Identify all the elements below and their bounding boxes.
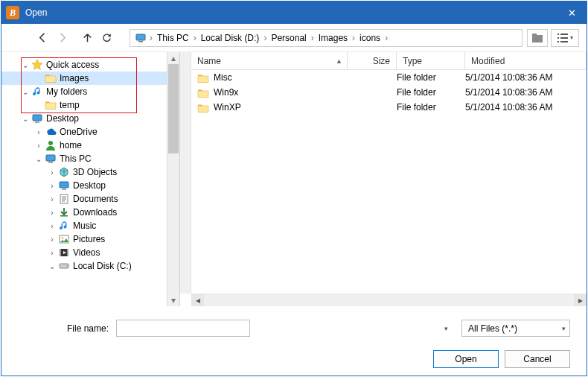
- onedrive-icon: [45, 126, 57, 138]
- tree-toggle-icon[interactable]: [34, 155, 43, 163]
- down-icon: [58, 206, 70, 218]
- tree-toggle-icon[interactable]: [21, 88, 30, 96]
- breadcrumb-segment[interactable]: This PC: [154, 33, 192, 43]
- tree-item-label: Documents: [73, 194, 118, 204]
- chevron-right-icon[interactable]: ›: [310, 33, 316, 43]
- file-type-filter[interactable]: All Files (*.*): [461, 320, 570, 337]
- scroll-left-icon[interactable]: ◂: [191, 294, 204, 307]
- scroll-right-icon[interactable]: ▸: [574, 294, 587, 307]
- chevron-right-icon[interactable]: ›: [383, 33, 389, 43]
- star-icon: [31, 59, 43, 71]
- scroll-down-icon[interactable]: ▾: [167, 294, 179, 306]
- svg-rect-12: [33, 115, 42, 121]
- scroll-thumb[interactable]: [168, 64, 179, 153]
- file-row[interactable]: Win9xFile folder5/1/2014 10:08:36 AM: [191, 85, 587, 100]
- tree-toggle-icon[interactable]: [34, 142, 43, 150]
- view-options-button[interactable]: ▾: [551, 29, 579, 47]
- tree-toggle-icon[interactable]: [48, 262, 57, 270]
- tree-toggle-icon[interactable]: [21, 61, 30, 69]
- refresh-button[interactable]: [97, 28, 116, 48]
- file-type: File folder: [397, 102, 465, 113]
- svg-rect-24: [60, 249, 61, 256]
- desktop-icon: [58, 180, 70, 191]
- folder-icon: [197, 87, 209, 98]
- tree-toggle-icon[interactable]: [48, 222, 57, 230]
- svg-rect-18: [62, 189, 66, 190]
- tree-item[interactable]: home: [1, 139, 179, 152]
- column-modified[interactable]: Modified: [465, 52, 587, 69]
- file-modified: 5/1/2014 10:08:36 AM: [465, 87, 587, 98]
- svg-rect-5: [557, 37, 559, 39]
- navigation-tree[interactable]: Quick accessImagesMy folderstempDesktopO…: [1, 52, 180, 306]
- scroll-up-icon[interactable]: ▴: [167, 52, 179, 64]
- tree-toggle-icon[interactable]: [34, 128, 43, 136]
- tree-item[interactable]: Desktop: [1, 179, 179, 192]
- file-type: File folder: [397, 87, 465, 98]
- tree-toggle-icon[interactable]: [21, 115, 30, 123]
- svg-rect-19: [60, 194, 68, 203]
- chevron-right-icon[interactable]: ›: [351, 33, 357, 43]
- music-icon: [31, 86, 43, 98]
- tree-item[interactable]: Documents: [1, 192, 179, 206]
- chevron-right-icon[interactable]: ›: [192, 33, 198, 43]
- tree-toggle-icon[interactable]: [48, 168, 57, 177]
- forward-button[interactable]: [52, 28, 71, 48]
- drive-icon: [58, 260, 70, 272]
- tree-item[interactable]: Images: [1, 72, 179, 85]
- svg-point-27: [66, 265, 68, 267]
- tree-item-label: Desktop: [46, 113, 79, 124]
- tree-item[interactable]: temp: [1, 98, 179, 112]
- file-row[interactable]: MiscFile folder5/1/2014 10:08:36 AM: [191, 70, 587, 85]
- tree-item[interactable]: My folders: [1, 85, 179, 98]
- column-name[interactable]: Name▲: [191, 52, 348, 69]
- open-button[interactable]: Open: [433, 350, 499, 368]
- sort-asc-icon: ▲: [336, 57, 342, 65]
- breadcrumb-segment[interactable]: Personal: [268, 33, 309, 43]
- breadcrumb[interactable]: › This PC › Local Disk (D:) › Personal ›…: [130, 29, 523, 47]
- chevron-down-icon[interactable]: ▾: [444, 325, 448, 332]
- breadcrumb-segment[interactable]: Images: [316, 33, 351, 43]
- tree-item[interactable]: Quick access: [1, 58, 179, 72]
- breadcrumb-segment[interactable]: Local Disk (D:): [198, 33, 263, 43]
- up-button[interactable]: [77, 28, 97, 48]
- tree-toggle-icon[interactable]: [48, 209, 57, 217]
- scroll-track[interactable]: [204, 294, 574, 307]
- svg-rect-28: [198, 76, 208, 83]
- 3dobj-icon: [58, 166, 70, 178]
- column-size[interactable]: Size: [348, 52, 397, 69]
- tree-item-label: temp: [60, 100, 80, 110]
- svg-rect-4: [557, 34, 559, 35]
- tree-toggle-icon[interactable]: [48, 235, 57, 244]
- dialog-title: Open: [25, 7, 557, 18]
- desktop-icon: [31, 113, 43, 124]
- cancel-button[interactable]: Cancel: [505, 350, 570, 368]
- column-type[interactable]: Type: [397, 52, 465, 69]
- tree-toggle-icon[interactable]: [48, 182, 57, 190]
- tree-item[interactable]: OneDrive: [1, 125, 179, 139]
- tree-item[interactable]: Videos: [1, 246, 179, 259]
- breadcrumb-segment[interactable]: icons: [357, 33, 383, 43]
- chevron-right-icon[interactable]: ›: [262, 33, 268, 43]
- tree-item-label: Desktop: [73, 180, 106, 191]
- tree-item[interactable]: Local Disk (C:): [1, 259, 179, 273]
- tree-item-label: home: [60, 140, 82, 151]
- tree-item[interactable]: Desktop: [1, 112, 179, 125]
- vertical-scrollbar[interactable]: ▴ ▾: [167, 52, 179, 306]
- close-icon[interactable]: ✕: [557, 1, 587, 24]
- tree-item[interactable]: Downloads: [1, 206, 179, 219]
- tree-item-label: Quick access: [46, 60, 99, 70]
- file-row[interactable]: WinXPFile folder5/1/2014 10:08:36 AM: [191, 100, 587, 115]
- folder-view-icon[interactable]: [527, 29, 548, 47]
- tree-item[interactable]: 3D Objects: [1, 165, 179, 179]
- tree-item[interactable]: This PC: [1, 152, 179, 165]
- horizontal-scrollbar[interactable]: ◂ ▸: [191, 294, 587, 306]
- tree-toggle-icon[interactable]: [48, 249, 57, 257]
- folder-icon: [197, 72, 209, 83]
- file-modified: 5/1/2014 10:08:36 AM: [465, 72, 587, 83]
- filename-input[interactable]: [116, 320, 250, 337]
- tree-toggle-icon[interactable]: [48, 195, 57, 203]
- tree-item[interactable]: Pictures: [1, 232, 179, 246]
- tree-item[interactable]: Music: [1, 219, 179, 232]
- back-button[interactable]: [33, 28, 52, 48]
- chevron-right-icon[interactable]: ›: [148, 33, 154, 43]
